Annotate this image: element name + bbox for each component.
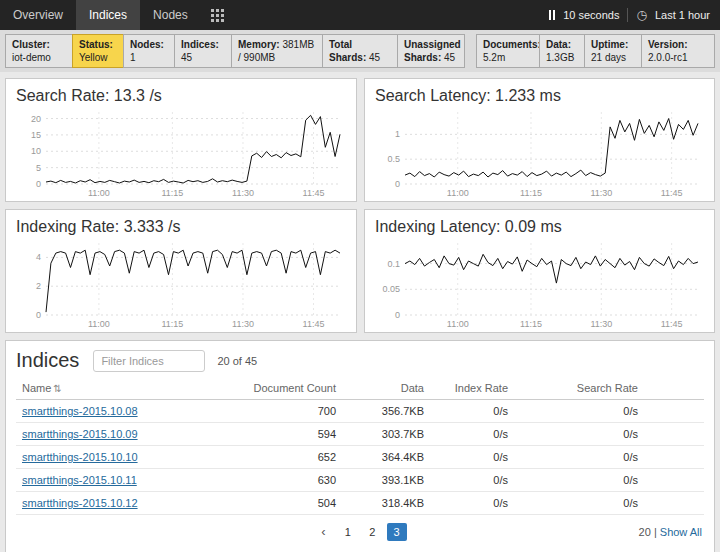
cluster-stats-group-left: Cluster: iot-demo Status: Yellow Nodes: … [5,34,465,68]
stat-value: 1 [130,52,136,63]
stat-label: Total Shards: [329,39,366,63]
show-all-link[interactable]: Show All [660,526,702,538]
svg-text:10: 10 [31,146,41,156]
column-header-document-count[interactable]: Document Count [222,378,342,400]
search-rate-cell: 0/s [514,446,704,469]
table-row: smartthings-2015.10.10 652 364.4KB 0/s 0… [16,446,704,469]
search-rate-chart: 0510152011:0011:1511:3011:45 [16,107,346,199]
stat-value: 5.2m [483,52,505,63]
footer-divider: | [654,526,657,538]
indices-header: Indices 20 of 45 [16,349,704,372]
indices-panel: Indices 20 of 45 Name⇅ Document Count Da… [5,340,715,552]
stat-memory: Memory: 381MB / 990MB [231,34,323,68]
svg-text:11:45: 11:45 [661,188,683,198]
refresh-interval-control[interactable]: 10 seconds [563,9,619,21]
index-name-cell: smartthings-2015.10.12 [16,492,222,515]
filter-indices-input[interactable] [93,350,205,372]
pause-icon[interactable] [549,10,555,20]
svg-text:11:15: 11:15 [520,319,542,329]
stat-label: Cluster: [12,39,50,50]
svg-text:0.05: 0.05 [382,284,400,294]
document-count-cell: 652 [222,446,342,469]
tab-indices[interactable]: Indices [76,0,140,30]
prev-page-button[interactable]: ‹ [313,523,333,544]
svg-text:11:00: 11:00 [88,319,110,329]
stat-label: Status: [79,39,113,50]
column-header-search-rate[interactable]: Search Rate [514,378,704,400]
svg-text:11:15: 11:15 [161,188,183,198]
stat-label: Version: [648,39,687,50]
column-header-data[interactable]: Data [342,378,430,400]
stat-data: Data: 1.3GB [539,34,585,68]
search-latency-title: Search Latency: 1.233 ms [375,87,704,105]
charts-grid: Search Rate: 13.3 /s 0510152011:0011:151… [0,72,720,333]
column-header-name[interactable]: Name⇅ [16,378,222,400]
table-row: smartthings-2015.10.09 594 303.7KB 0/s 0… [16,423,704,446]
cluster-stats-bar: Cluster: iot-demo Status: Yellow Nodes: … [0,30,720,72]
stat-uptime: Uptime: 21 days [584,34,642,68]
stat-value: iot-demo [12,52,51,63]
stat-label: Memory: [238,39,280,50]
stat-value: 1.3GB [546,52,574,63]
stat-value: 45 [444,52,455,63]
svg-text:1: 1 [395,129,400,139]
document-count-cell: 700 [222,400,342,423]
tab-overview[interactable]: Overview [0,0,76,30]
index-link[interactable]: smartthings-2015.10.12 [22,497,138,509]
page-button[interactable]: 3 [387,523,407,541]
column-header-index-rate[interactable]: Index Rate [430,378,514,400]
tab-nodes[interactable]: Nodes [140,0,201,30]
column-label: Name [22,382,51,394]
svg-text:11:00: 11:00 [447,188,469,198]
stat-value: 45 [181,52,192,63]
table-row: smartthings-2015.10.08 700 356.7KB 0/s 0… [16,400,704,423]
stat-unassigned-shards: Unassigned Shards: 45 [397,34,465,68]
data-cell: 364.4KB [342,446,430,469]
svg-text:0: 0 [36,179,41,189]
svg-text:2: 2 [36,281,41,291]
index-link[interactable]: smartthings-2015.10.09 [22,428,138,440]
indexing-rate-chart: 02411:0011:1511:3011:45 [16,238,346,330]
indices-title: Indices [16,349,79,372]
index-name-cell: smartthings-2015.10.09 [16,423,222,446]
svg-text:0.5: 0.5 [387,154,400,164]
stat-value: 2.0.0-rc1 [648,52,687,63]
svg-text:11:00: 11:00 [88,188,110,198]
svg-text:0: 0 [395,310,400,320]
search-rate-cell: 0/s [514,492,704,515]
data-cell: 318.4KB [342,492,430,515]
stat-label: Documents: [483,39,541,50]
svg-text:0: 0 [36,310,41,320]
page-button[interactable]: 2 [362,523,382,541]
time-range-control[interactable]: Last 1 hour [655,9,710,21]
table-header-row: Name⇅ Document Count Data Index Rate Sea… [16,378,704,400]
svg-text:11:30: 11:30 [590,188,612,198]
indexing-rate-panel: Indexing Rate: 3.333 /s 02411:0011:1511:… [5,209,357,333]
document-count-cell: 630 [222,469,342,492]
search-rate-cell: 0/s [514,469,704,492]
indices-count: 20 of 45 [217,355,257,367]
index-link[interactable]: smartthings-2015.10.08 [22,405,138,417]
indices-table: Name⇅ Document Count Data Index Rate Sea… [16,378,704,515]
svg-text:11:45: 11:45 [661,319,683,329]
data-cell: 356.7KB [342,400,430,423]
stat-version: Version: 2.0.0-rc1 [641,34,715,68]
indexing-rate-title: Indexing Rate: 3.333 /s [16,218,346,236]
svg-text:0: 0 [395,179,400,189]
apps-grid-icon[interactable] [211,9,224,22]
stat-cluster: Cluster: iot-demo [5,34,73,68]
svg-text:11:45: 11:45 [303,319,325,329]
search-rate-cell: 0/s [514,400,704,423]
document-count-cell: 504 [222,492,342,515]
data-cell: 393.1KB [342,469,430,492]
stat-value: Yellow [79,52,108,63]
stat-documents: Documents: 5.2m [476,34,540,68]
index-rate-cell: 0/s [430,400,514,423]
stat-nodes: Nodes: 1 [123,34,175,68]
page-button[interactable]: 1 [338,523,358,541]
index-link[interactable]: smartthings-2015.10.11 [22,474,137,486]
search-rate-cell: 0/s [514,423,704,446]
index-name-cell: smartthings-2015.10.11 [16,469,222,492]
index-link[interactable]: smartthings-2015.10.10 [22,451,138,463]
svg-text:11:30: 11:30 [590,319,612,329]
